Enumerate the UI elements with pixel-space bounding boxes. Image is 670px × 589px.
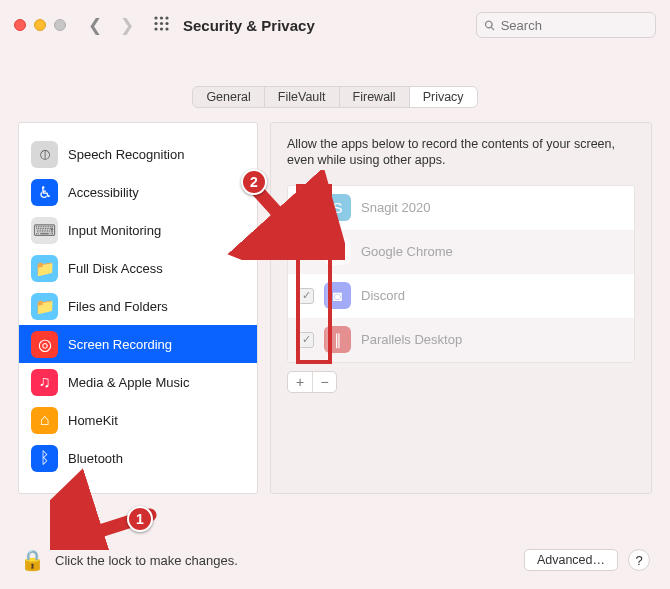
search-icon xyxy=(484,19,496,32)
sidebar-item-screen-recording[interactable]: ◎Screen Recording xyxy=(19,325,257,363)
app-name: Snagit 2020 xyxy=(361,200,430,215)
app-icon: S xyxy=(324,194,351,221)
app-icon: ∥ xyxy=(324,326,351,353)
lock-icon[interactable]: 🔒 xyxy=(20,548,45,572)
svg-point-8 xyxy=(165,27,168,30)
sidebar-item-speech-recognition[interactable]: ⦶Speech Recognition xyxy=(19,135,257,173)
keyboard-icon: ⌨ xyxy=(31,217,58,244)
bluetooth-icon: ᛒ xyxy=(31,445,58,472)
svg-point-2 xyxy=(165,16,168,19)
help-button[interactable]: ? xyxy=(628,549,650,571)
app-icon: ◙ xyxy=(324,282,351,309)
search-input[interactable] xyxy=(501,18,648,33)
sidebar-item-input-monitoring[interactable]: ⌨Input Monitoring xyxy=(19,211,257,249)
advanced-button[interactable]: Advanced… xyxy=(524,549,618,571)
svg-point-5 xyxy=(165,22,168,25)
sidebar-item-label: Screen Recording xyxy=(68,337,172,352)
app-name: Google Chrome xyxy=(361,244,453,259)
add-app-button[interactable]: + xyxy=(288,372,312,392)
footer: 🔒 Click the lock to make changes. Advanc… xyxy=(0,531,670,589)
svg-point-7 xyxy=(160,27,163,30)
folder-icon: 📁 xyxy=(31,255,58,282)
app-checkbox[interactable]: ✓ xyxy=(298,332,314,348)
accessibility-icon: ♿︎ xyxy=(31,179,58,206)
forward-button: ❯ xyxy=(120,15,134,36)
music-icon: ♫ xyxy=(31,369,58,396)
app-row[interactable]: ✓SSnagit 2020 xyxy=(288,186,634,230)
svg-point-0 xyxy=(154,16,157,19)
home-icon: ⌂ xyxy=(31,407,58,434)
sidebar-item-label: Speech Recognition xyxy=(68,147,184,162)
remove-app-button[interactable]: − xyxy=(312,372,336,392)
back-button[interactable]: ❮ xyxy=(88,15,102,36)
app-name: Discord xyxy=(361,288,405,303)
minimize-window-button[interactable] xyxy=(34,19,46,31)
tab-firewall[interactable]: Firewall xyxy=(339,87,409,107)
tab-bar: GeneralFileVaultFirewallPrivacy xyxy=(0,86,670,108)
app-checkbox[interactable]: ✓ xyxy=(298,200,314,216)
svg-point-4 xyxy=(160,22,163,25)
privacy-sidebar: ⦶Speech Recognition♿︎Accessibility⌨Input… xyxy=(18,122,258,494)
add-remove-controls: + − xyxy=(287,371,337,393)
lock-hint-text: Click the lock to make changes. xyxy=(55,553,238,568)
sidebar-item-full-disk-access[interactable]: 📁Full Disk Access xyxy=(19,249,257,287)
sidebar-item-label: Bluetooth xyxy=(68,451,123,466)
speech-icon: ⦶ xyxy=(31,141,58,168)
folder-icon: 📁 xyxy=(31,293,58,320)
sidebar-item-files-and-folders[interactable]: 📁Files and Folders xyxy=(19,287,257,325)
app-icon: ◉ xyxy=(324,238,351,265)
permission-description: Allow the apps below to record the conte… xyxy=(287,136,635,169)
annotation-step-2-badge: 2 xyxy=(241,169,267,195)
sidebar-item-label: HomeKit xyxy=(68,413,118,428)
sidebar-item-label: Input Monitoring xyxy=(68,223,161,238)
sidebar-item-accessibility[interactable]: ♿︎Accessibility xyxy=(19,173,257,211)
apps-list: ✓SSnagit 2020◉Google Chrome✓◙Discord✓∥Pa… xyxy=(287,185,635,363)
sidebar-item-media-apple-music[interactable]: ♫Media & Apple Music xyxy=(19,363,257,401)
sidebar-item-label: Media & Apple Music xyxy=(68,375,189,390)
svg-point-1 xyxy=(160,16,163,19)
window-controls xyxy=(14,19,66,31)
zoom-window-button xyxy=(54,19,66,31)
tab-filevault[interactable]: FileVault xyxy=(264,87,339,107)
show-all-icon[interactable] xyxy=(154,16,169,34)
titlebar: ❮ ❯ Security & Privacy xyxy=(0,0,670,50)
sidebar-item-label: Accessibility xyxy=(68,185,139,200)
app-row[interactable]: ✓◙Discord xyxy=(288,274,634,318)
svg-point-6 xyxy=(154,27,157,30)
app-checkbox[interactable] xyxy=(298,244,314,260)
sidebar-item-homekit[interactable]: ⌂HomeKit xyxy=(19,401,257,439)
annotation-step-1-badge: 1 xyxy=(127,506,153,532)
sidebar-item-label: Files and Folders xyxy=(68,299,168,314)
svg-point-3 xyxy=(154,22,157,25)
app-checkbox[interactable]: ✓ xyxy=(298,288,314,304)
search-field[interactable] xyxy=(476,12,656,38)
tab-privacy[interactable]: Privacy xyxy=(409,87,477,107)
tab-general[interactable]: General xyxy=(193,87,263,107)
sidebar-item-bluetooth[interactable]: ᛒBluetooth xyxy=(19,439,257,477)
window-title: Security & Privacy xyxy=(183,17,315,34)
sidebar-item-label: Full Disk Access xyxy=(68,261,163,276)
app-name: Parallels Desktop xyxy=(361,332,462,347)
app-row[interactable]: ✓∥Parallels Desktop xyxy=(288,318,634,362)
nav-buttons: ❮ ❯ xyxy=(88,15,134,36)
privacy-detail-pane: Allow the apps below to record the conte… xyxy=(270,122,652,494)
close-window-button[interactable] xyxy=(14,19,26,31)
app-row[interactable]: ◉Google Chrome xyxy=(288,230,634,274)
record-icon: ◎ xyxy=(31,331,58,358)
